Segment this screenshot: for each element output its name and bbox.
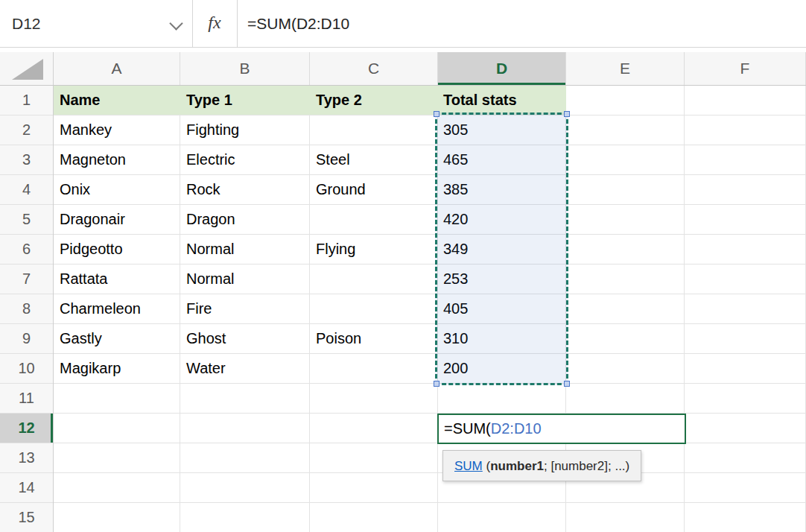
row-header-6[interactable]: 6 (0, 235, 53, 265)
cell-A6[interactable]: Pidgeotto (60, 235, 123, 265)
column-headers: A B C D E F (0, 52, 806, 86)
row-header-5[interactable]: 5 (0, 205, 53, 235)
cell-B4[interactable]: Rock (186, 175, 220, 205)
cell-A7[interactable]: Rattata (60, 265, 107, 294)
cell-A10[interactable]: Magikarp (60, 354, 121, 384)
insert-function-button[interactable]: fx (192, 0, 237, 47)
column-header-f[interactable]: F (685, 52, 806, 85)
column-header-e[interactable]: E (566, 52, 685, 85)
sum-help-link[interactable]: SUM (454, 459, 483, 473)
active-cell-editor[interactable]: =SUM(D2:D10 (437, 414, 686, 444)
selection-handle-bottom-left[interactable] (434, 381, 440, 387)
chevron-down-icon[interactable] (169, 16, 183, 30)
cell-C6[interactable]: Flying (316, 235, 355, 265)
cell-A2[interactable]: Mankey (60, 115, 112, 145)
column-header-b[interactable]: B (180, 52, 310, 85)
column-header-c[interactable]: C (310, 52, 438, 85)
cell-B1[interactable]: Type 1 (186, 86, 232, 115)
row-header-9[interactable]: 9 (0, 324, 53, 354)
name-box-value: D12 (12, 0, 41, 47)
row-header-3[interactable]: 3 (0, 145, 53, 175)
row-header-10[interactable]: 10 (0, 354, 53, 384)
selection-handle-bottom-right[interactable] (564, 381, 570, 387)
cell-A9[interactable]: Gastly (60, 324, 102, 354)
name-box[interactable]: D12 (0, 0, 192, 47)
cell-D1[interactable]: Total stats (443, 86, 517, 115)
tooltip-paren: ( (483, 459, 490, 473)
cell-B9[interactable]: Ghost (186, 324, 226, 354)
cell-C9[interactable]: Poison (316, 324, 361, 354)
row-header-15[interactable]: 15 (0, 503, 53, 532)
sheet-grid[interactable]: Name Type 1 Type 2 Total stats Mankey Fi… (54, 86, 806, 532)
cell-B3[interactable]: Electric (186, 145, 235, 175)
row-header-2[interactable]: 2 (0, 115, 53, 145)
select-all-triangle-icon (12, 59, 43, 80)
cell-A3[interactable]: Magneton (60, 145, 126, 175)
cell-B6[interactable]: Normal (186, 235, 234, 265)
spreadsheet-window: D12 fx =SUM(D2:D10 A B C D E F 1 2 3 4 5… (0, 0, 806, 532)
selection-handle-top-right[interactable] (564, 111, 570, 117)
column-header-d-selected[interactable]: D (438, 52, 566, 85)
row-headers: 1 2 3 4 5 6 7 8 9 10 11 12 13 14 15 (0, 86, 54, 532)
column-header-a[interactable]: A (54, 52, 180, 85)
cell-A5[interactable]: Dragonair (60, 205, 125, 235)
tooltip-arg1: number1 (490, 459, 544, 473)
formula-prefix-text: =SUM( (444, 420, 491, 437)
divider (237, 0, 238, 47)
formula-range-text: D2:D10 (491, 420, 542, 437)
cell-A1[interactable]: Name (60, 86, 100, 115)
function-tooltip: SUM (number1; [number2]; ...) (442, 450, 641, 481)
cell-C1[interactable]: Type 2 (316, 86, 362, 115)
row-header-12-selected[interactable]: 12 (0, 414, 53, 443)
row-header-1[interactable]: 1 (0, 86, 53, 115)
cell-B2[interactable]: Fighting (186, 115, 239, 145)
cell-C3[interactable]: Steel (316, 145, 350, 175)
cell-B7[interactable]: Normal (186, 265, 234, 294)
formula-bar: D12 fx =SUM(D2:D10 (0, 0, 806, 48)
tooltip-args-rest: ; [number2]; ...) (544, 459, 629, 473)
row-header-8[interactable]: 8 (0, 294, 53, 324)
cell-B10[interactable]: Water (186, 354, 226, 384)
cell-C4[interactable]: Ground (316, 175, 366, 205)
cell-A4[interactable]: Onix (60, 175, 90, 205)
selected-range-marching-ants (435, 113, 568, 385)
cell-B5[interactable]: Dragon (186, 205, 235, 235)
cell-B8[interactable]: Fire (186, 294, 212, 324)
cell-A8[interactable]: Charmeleon (60, 294, 141, 324)
row-header-14[interactable]: 14 (0, 473, 53, 503)
selection-handle-top-left[interactable] (434, 111, 440, 117)
row-header-7[interactable]: 7 (0, 265, 53, 294)
row-header-13[interactable]: 13 (0, 443, 53, 473)
row-header-11[interactable]: 11 (0, 384, 53, 414)
row-header-4[interactable]: 4 (0, 175, 53, 205)
formula-input[interactable]: =SUM(D2:D10 (247, 0, 800, 47)
select-all-corner[interactable] (0, 52, 54, 85)
